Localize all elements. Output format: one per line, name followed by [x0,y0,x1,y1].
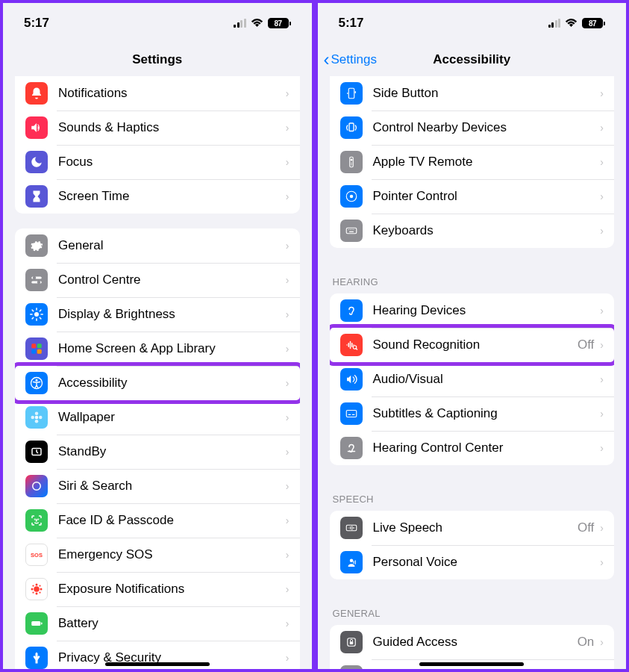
svg-point-4 [34,312,39,317]
chevron-right-icon: › [600,373,604,385]
row-label: Emergency SOS [58,547,286,562]
row-battery[interactable]: Battery› [15,606,300,641]
chevron-right-icon: › [600,122,604,134]
svg-point-3 [37,281,41,284]
wifi-icon [565,19,578,28]
svg-point-23 [36,593,38,595]
svg-rect-33 [354,91,356,93]
row-audiovisual[interactable]: Audio/Visual› [330,362,615,396]
row-label: Accessibility [58,376,286,391]
svg-rect-52 [346,525,357,531]
row-exposure[interactable]: Exposure Notifications› [15,572,300,606]
row-guidedaccess[interactable]: Guided AccessOn› [330,625,615,659]
row-focus[interactable]: Focus› [15,145,300,179]
row-subtitles[interactable]: Subtitles & Captioning› [330,396,615,431]
section-speech: SPEECH [318,480,627,511]
svg-point-12 [35,412,39,416]
chevron-right-icon: › [600,339,604,351]
back-label: Settings [331,52,377,67]
pointer-icon [340,185,363,208]
status-time: 5:17 [339,16,364,31]
row-screentime[interactable]: Screen Time› [15,179,300,214]
svg-point-44 [351,229,352,230]
row-standby[interactable]: StandBy› [15,435,300,469]
svg-rect-7 [31,349,36,354]
row-hearingcontrol[interactable]: Hearing Control Center› [330,431,615,465]
row-sos[interactable]: SOSEmergency SOS› [15,538,300,572]
row-notifications[interactable]: Notifications› [15,76,300,111]
row-controlcentre[interactable]: Control Centre› [15,263,300,297]
settings-list[interactable]: Notifications›Sounds & Haptics›Focus›Scr… [3,76,312,669]
row-pointer[interactable]: Pointer Control› [330,179,615,214]
row-label: Notifications [58,86,286,101]
chevron-right-icon: › [286,514,290,526]
svg-point-19 [38,519,39,520]
virus-icon [25,578,48,600]
svg-rect-6 [37,343,42,348]
row-label: Home Screen & App Library [58,341,286,356]
status-time: 5:17 [24,16,49,31]
row-livespeech[interactable]: Live SpeechOff› [330,511,615,545]
row-sidebutton[interactable]: Side Button› [330,76,615,111]
row-label: Display & Brightness [58,307,286,322]
home-indicator[interactable] [105,662,210,666]
svg-rect-32 [348,88,354,99]
gear-icon [25,234,48,257]
svg-point-18 [34,519,35,520]
signal-icon [548,19,561,28]
row-value: On [578,635,595,650]
flower-icon [25,406,48,429]
settings-group-2: General›Control Centre›Display & Brightn… [15,228,300,669]
row-general[interactable]: General› [15,228,300,263]
page-title: Accessibility [433,52,510,67]
row-label: Sound Recognition [373,337,578,352]
row-nearby[interactable]: Control Nearby Devices› [330,111,615,145]
chevron-right-icon: › [600,442,604,454]
earcontrol-icon [340,437,363,459]
row-hearingdevices[interactable]: Hearing Devices› [330,293,615,328]
section-hearing: HEARING [318,263,627,293]
accessibility-list[interactable]: Side Button›Control Nearby Devices›Apple… [318,76,627,669]
row-display[interactable]: Display & Brightness› [15,297,300,332]
row-appletv[interactable]: Apple TV Remote› [330,145,615,179]
chevron-right-icon: › [286,480,290,492]
row-siri[interactable]: Siri & Search› [15,469,300,503]
remote-icon [340,151,363,173]
signal-icon [234,19,246,28]
back-button[interactable]: ‹ Settings [324,51,377,69]
home-indicator[interactable] [419,662,524,666]
chevron-right-icon: › [600,87,604,99]
svg-rect-48 [346,411,357,417]
chevron-right-icon: › [286,377,290,389]
row-label: Personal Voice [373,555,601,570]
chevron-right-icon: › [600,225,604,237]
row-keyboards[interactable]: Keyboards› [330,214,615,248]
svg-point-40 [349,195,353,199]
faceid-icon [25,509,48,532]
chevron-right-icon: › [286,617,290,629]
row-label: Control Nearby Devices [373,120,601,135]
row-accessibility[interactable]: Accessibility› [15,366,300,400]
clock-icon [25,441,48,463]
row-soundrecognition[interactable]: Sound RecognitionOff› [330,328,615,362]
assistive-icon [340,665,363,669]
audiovisual-icon [340,368,363,391]
row-personalvoice[interactable]: Personal Voice› [330,545,615,579]
row-faceid[interactable]: Face ID & Passcode› [15,503,300,538]
svg-point-17 [33,482,41,491]
speech-group: Live SpeechOff›Personal Voice› [330,511,615,579]
svg-point-45 [353,229,354,230]
row-sounds[interactable]: Sounds & Haptics› [15,111,300,145]
row-label: Guided Access [373,635,578,650]
row-wallpaper[interactable]: Wallpaper› [15,400,300,435]
row-homescreen[interactable]: Home Screen & App Library› [15,332,300,366]
chevron-right-icon: › [600,636,604,648]
chevron-right-icon: › [600,556,604,568]
settings-group-1: Notifications›Sounds & Haptics›Focus›Scr… [15,76,300,214]
svg-point-43 [349,229,350,230]
chevron-right-icon: › [286,190,290,202]
svg-rect-51 [347,451,355,452]
row-label: Subtitles & Captioning [373,406,601,421]
grid-icon [25,337,48,360]
svg-point-10 [36,379,38,382]
